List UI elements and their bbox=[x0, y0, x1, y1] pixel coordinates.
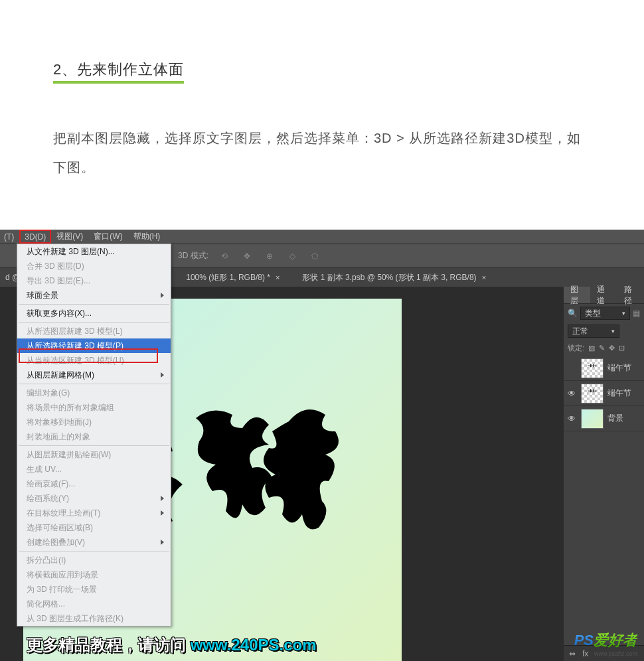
orbit-icon[interactable]: ⟲ bbox=[218, 250, 231, 263]
lock-paint-icon[interactable]: ✎ bbox=[599, 344, 605, 352]
menu-item: 合并 3D 图层(D) bbox=[17, 259, 171, 273]
menu-item[interactable]: 球面全景 bbox=[17, 288, 171, 303]
menu-item: 为 3D 打印统一场景 bbox=[17, 582, 171, 597]
submenu-arrow-icon bbox=[161, 540, 164, 545]
search-icon[interactable]: 🔍 bbox=[568, 309, 578, 318]
filter-image-icon[interactable]: ▦ bbox=[633, 309, 640, 318]
menu-item[interactable]: 从图层新建网格(M) bbox=[17, 368, 171, 382]
menu-item: 将对象移到地面(J) bbox=[17, 415, 171, 429]
menu-item: 简化网格... bbox=[17, 597, 171, 611]
scale-icon[interactable]: ◇ bbox=[285, 250, 299, 263]
rotate-icon[interactable]: ⬠ bbox=[308, 250, 321, 263]
menu-type[interactable]: (T) bbox=[0, 230, 19, 244]
lock-transparency-icon[interactable]: ▨ bbox=[588, 344, 595, 352]
submenu-arrow-icon bbox=[161, 510, 164, 516]
step-body: 把副本图层隐藏，选择原文字图层，然后选择菜单：3D > 从所选路径新建3D模型，… bbox=[53, 123, 591, 182]
submenu-arrow-icon bbox=[161, 293, 164, 298]
layer-name: 端午节 bbox=[607, 362, 631, 374]
3d-menu-dropdown: 从文件新建 3D 图层(N)...合并 3D 图层(D)导出 3D 图层(E).… bbox=[17, 244, 171, 626]
menu-item: 绘画衰减(F)... bbox=[17, 477, 171, 491]
watermark-tutorial: 更多精品教程，请访问 www.240PS.com bbox=[27, 634, 317, 656]
menu-item: 导出 3D 图层(E)... bbox=[17, 273, 171, 288]
layer-filter-dropdown[interactable]: 类型▾ bbox=[580, 307, 630, 320]
menu-item: 从 3D 图层生成工作路径(K) bbox=[17, 611, 171, 626]
pan-icon[interactable]: ✥ bbox=[240, 250, 254, 263]
layer-thumbnail[interactable] bbox=[581, 409, 604, 429]
menu-view[interactable]: 视图(V) bbox=[51, 230, 88, 244]
menu-item: 生成 UV... bbox=[17, 462, 171, 477]
layer-name: 端午节 bbox=[607, 388, 631, 399]
menu-item: 从当前选区新建 3D 模型(U) bbox=[17, 353, 171, 368]
menu-item[interactable]: 从所选路径新建 3D 模型(P) bbox=[17, 338, 171, 353]
menu-separator bbox=[19, 551, 169, 551]
layers-panel: 图层 通道 路径 🔍 类型▾ ▦ 正常▾ 锁定: ▨ ✎ ✥ bbox=[564, 287, 644, 661]
step-heading: 2、先来制作立体面 bbox=[53, 60, 184, 84]
menu-item[interactable]: 从文件新建 3D 图层(N)... bbox=[17, 244, 171, 259]
close-tab-icon[interactable]: × bbox=[482, 273, 486, 281]
menu-item: 创建绘图叠加(V) bbox=[17, 535, 171, 550]
menu-item: 从图层新建拼贴绘画(W) bbox=[17, 447, 171, 462]
lock-artboard-icon[interactable]: ⊡ bbox=[619, 344, 625, 352]
watermark-logo: PS爱好者 www.psahz.com bbox=[574, 630, 637, 657]
menu-item: 将横截面应用到场景 bbox=[17, 567, 171, 582]
menubar: (T) 3D(D) 视图(V) 窗口(W) 帮助(H) bbox=[0, 230, 644, 244]
visibility-eye-icon[interactable]: 👁 bbox=[566, 389, 577, 398]
tab-channels[interactable]: 通道 bbox=[590, 287, 617, 303]
menu-item: 绘画系统(Y) bbox=[17, 491, 171, 506]
layer-row[interactable]: 👁背景 bbox=[564, 406, 644, 431]
menu-item: 在目标纹理上绘画(T) bbox=[17, 506, 171, 520]
menu-item[interactable]: 获取更多内容(X)... bbox=[17, 306, 171, 321]
menu-window[interactable]: 窗口(W) bbox=[88, 230, 127, 244]
menu-item: 将场景中的所有对象编组 bbox=[17, 400, 171, 415]
menu-separator bbox=[19, 322, 169, 323]
3d-mode-label: 3D 模式: bbox=[178, 250, 208, 261]
submenu-arrow-icon bbox=[161, 372, 164, 378]
tab-paths[interactable]: 路径 bbox=[617, 287, 644, 303]
visibility-eye-icon[interactable]: 👁 bbox=[566, 414, 577, 423]
menu-help[interactable]: 帮助(H) bbox=[128, 230, 166, 244]
menu-item: 封装地面上的对象 bbox=[17, 429, 171, 444]
menu-item: 拆分凸出(I) bbox=[17, 553, 171, 567]
document-tab-2[interactable]: 形状 1 副本 3.psb @ 50% (形状 1 副本 3, RGB/8) bbox=[302, 272, 476, 283]
menu-separator bbox=[19, 304, 169, 305]
menu-item: 从所选图层新建 3D 模型(L) bbox=[17, 324, 171, 338]
close-tab-icon[interactable]: × bbox=[276, 273, 280, 281]
menu-separator bbox=[19, 445, 169, 446]
toolbar-left bbox=[0, 287, 18, 661]
layer-row[interactable]: 端午节 bbox=[564, 356, 644, 381]
document-tab-1[interactable]: 100% (矩形 1, RGB/8) * bbox=[186, 272, 270, 283]
layer-row[interactable]: 👁端午节 bbox=[564, 381, 644, 406]
menu-3d[interactable]: 3D(D) bbox=[19, 230, 51, 244]
tab-layers[interactable]: 图层 bbox=[564, 287, 590, 303]
photoshop-window: (T) 3D(D) 视图(V) 窗口(W) 帮助(H) 3D 模式: ⟲ ✥ ⊕… bbox=[0, 230, 644, 661]
menu-separator bbox=[19, 384, 169, 384]
layer-thumbnail[interactable] bbox=[581, 384, 604, 404]
lock-position-icon[interactable]: ✥ bbox=[609, 344, 615, 352]
move-icon[interactable]: ⊕ bbox=[263, 250, 276, 263]
submenu-arrow-icon bbox=[161, 496, 164, 501]
menu-item: 编组对象(G) bbox=[17, 386, 171, 400]
layer-name: 背景 bbox=[607, 413, 623, 424]
layer-thumbnail[interactable] bbox=[581, 358, 604, 378]
lock-row: 锁定: ▨ ✎ ✥ ⊡ bbox=[564, 340, 644, 356]
blend-mode-dropdown[interactable]: 正常▾ bbox=[568, 325, 619, 338]
menu-item: 选择可绘画区域(B) bbox=[17, 520, 171, 535]
